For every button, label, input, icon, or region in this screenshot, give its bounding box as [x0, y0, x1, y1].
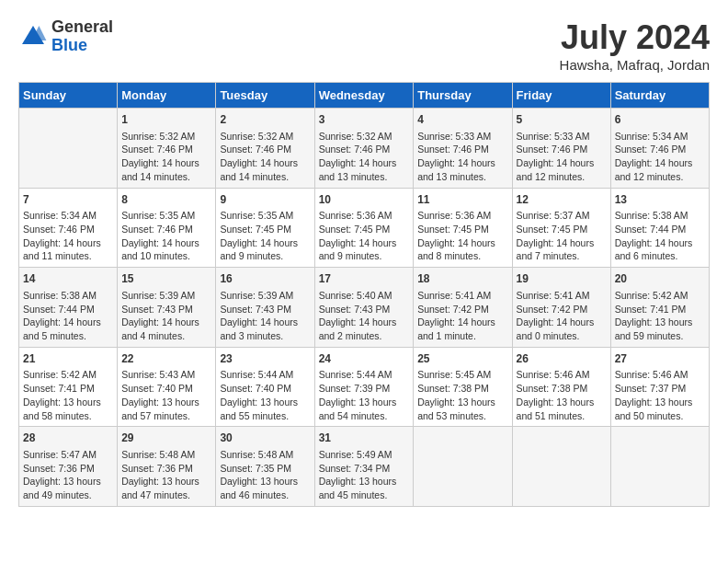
day-number: 17 [319, 271, 410, 287]
day-info: Sunrise: 5:42 AM [615, 289, 705, 303]
day-info: Sunset: 7:46 PM [121, 143, 211, 156]
day-info: Daylight: 13 hours [220, 475, 310, 488]
logo-general: General [51, 18, 113, 37]
day-info: and 9 minutes. [319, 249, 410, 263]
day-cell: 31Sunrise: 5:49 AMSunset: 7:34 PMDayligh… [314, 427, 414, 507]
day-info: and 11 minutes. [23, 249, 113, 263]
day-info: Sunset: 7:45 PM [220, 223, 310, 236]
day-number: 10 [319, 192, 410, 208]
day-info: Sunset: 7:46 PM [121, 223, 211, 236]
day-info: Sunset: 7:40 PM [220, 382, 310, 396]
day-info: Daylight: 13 hours [615, 316, 705, 329]
day-info: Daylight: 14 hours [517, 156, 607, 170]
day-info: Daylight: 14 hours [517, 316, 607, 329]
day-info: and 2 minutes. [319, 329, 410, 343]
day-info: Sunset: 7:41 PM [23, 382, 113, 396]
day-number: 13 [615, 192, 705, 208]
day-info: Sunrise: 5:32 AM [220, 130, 310, 144]
day-cell: 22Sunrise: 5:43 AMSunset: 7:40 PMDayligh… [118, 347, 216, 427]
day-info: Sunset: 7:39 PM [319, 382, 410, 396]
day-info: Daylight: 14 hours [417, 156, 507, 170]
day-number: 1 [121, 112, 211, 128]
day-number: 21 [23, 351, 113, 367]
day-info: Sunset: 7:46 PM [417, 143, 507, 156]
day-cell: 8Sunrise: 5:35 AMSunset: 7:46 PMDaylight… [118, 188, 216, 268]
day-info: Daylight: 13 hours [417, 396, 507, 409]
title-section: July 2024 Hawsha, Mafraq, Jordan [560, 18, 710, 73]
day-info: Sunset: 7:36 PM [121, 462, 211, 476]
day-info: Sunrise: 5:33 AM [517, 130, 607, 144]
day-number: 3 [319, 112, 410, 128]
day-info: Sunrise: 5:42 AM [23, 368, 113, 382]
day-number: 12 [517, 192, 607, 208]
day-cell: 1Sunrise: 5:32 AMSunset: 7:46 PMDaylight… [118, 109, 216, 189]
day-info: Sunrise: 5:41 AM [517, 289, 607, 303]
week-row-4: 21Sunrise: 5:42 AMSunset: 7:41 PMDayligh… [19, 347, 710, 427]
day-info: Daylight: 13 hours [517, 396, 607, 409]
day-cell: 5Sunrise: 5:33 AMSunset: 7:46 PMDaylight… [512, 109, 610, 189]
day-number: 8 [121, 192, 211, 208]
header-cell-wednesday: Wednesday [314, 83, 414, 109]
day-info: Daylight: 14 hours [615, 156, 705, 170]
day-info: Daylight: 14 hours [319, 316, 410, 329]
day-info: Sunrise: 5:32 AM [319, 130, 410, 144]
day-info: Sunrise: 5:37 AM [517, 209, 607, 223]
day-number: 15 [121, 271, 211, 287]
calendar-table: SundayMondayTuesdayWednesdayThursdayFrid… [18, 82, 710, 507]
day-info: Sunrise: 5:43 AM [121, 368, 211, 382]
day-info: Sunset: 7:34 PM [319, 462, 410, 476]
day-info: and 54 minutes. [319, 409, 410, 423]
day-number: 31 [319, 431, 410, 446]
day-cell [610, 427, 709, 507]
day-cell: 26Sunrise: 5:46 AMSunset: 7:38 PMDayligh… [512, 347, 610, 427]
day-info: Sunrise: 5:45 AM [417, 368, 507, 382]
header-cell-friday: Friday [512, 83, 610, 109]
day-info: Sunrise: 5:44 AM [319, 368, 410, 382]
day-info: Daylight: 14 hours [121, 316, 211, 329]
day-info: and 12 minutes. [517, 170, 607, 184]
day-cell: 2Sunrise: 5:32 AMSunset: 7:46 PMDaylight… [216, 109, 314, 189]
day-info: Sunrise: 5:33 AM [417, 130, 507, 144]
day-info: and 12 minutes. [615, 170, 705, 184]
logo: General Blue [18, 18, 113, 55]
day-info: and 51 minutes. [517, 409, 607, 423]
day-cell: 10Sunrise: 5:36 AMSunset: 7:45 PMDayligh… [314, 188, 414, 268]
header-cell-monday: Monday [118, 83, 216, 109]
day-info: Daylight: 14 hours [220, 236, 310, 250]
day-info: Sunrise: 5:48 AM [121, 448, 211, 462]
day-cell: 12Sunrise: 5:37 AMSunset: 7:45 PMDayligh… [512, 188, 610, 268]
header-cell-thursday: Thursday [414, 83, 512, 109]
day-info: and 13 minutes. [417, 170, 507, 184]
day-info: and 13 minutes. [319, 170, 410, 184]
week-row-1: 1Sunrise: 5:32 AMSunset: 7:46 PMDaylight… [19, 109, 710, 189]
day-cell: 29Sunrise: 5:48 AMSunset: 7:36 PMDayligh… [118, 427, 216, 507]
day-info: Sunrise: 5:35 AM [220, 209, 310, 223]
day-info: Sunrise: 5:46 AM [615, 368, 705, 382]
day-info: Daylight: 14 hours [319, 156, 410, 170]
day-info: Sunset: 7:45 PM [319, 223, 410, 236]
day-info: Daylight: 14 hours [417, 316, 507, 329]
day-number: 25 [417, 351, 507, 367]
day-cell: 17Sunrise: 5:40 AMSunset: 7:43 PMDayligh… [314, 268, 414, 348]
day-info: Daylight: 13 hours [220, 396, 310, 409]
day-info: and 49 minutes. [23, 488, 113, 502]
month-title: July 2024 [560, 18, 710, 57]
day-info: Sunset: 7:42 PM [517, 303, 607, 316]
header-cell-sunday: Sunday [19, 83, 118, 109]
day-cell: 21Sunrise: 5:42 AMSunset: 7:41 PMDayligh… [19, 347, 118, 427]
day-info: Sunrise: 5:49 AM [319, 448, 410, 462]
day-info: and 46 minutes. [220, 488, 310, 502]
day-info: Sunrise: 5:34 AM [615, 130, 705, 144]
day-cell: 30Sunrise: 5:48 AMSunset: 7:35 PMDayligh… [216, 427, 314, 507]
day-info: Sunset: 7:46 PM [517, 143, 607, 156]
day-info: Daylight: 13 hours [615, 396, 705, 409]
day-info: Sunset: 7:43 PM [319, 303, 410, 316]
day-info: Sunset: 7:37 PM [615, 382, 705, 396]
day-cell: 6Sunrise: 5:34 AMSunset: 7:46 PMDaylight… [610, 109, 709, 189]
day-info: and 5 minutes. [23, 329, 113, 343]
page-header: General Blue July 2024 Hawsha, Mafraq, J… [18, 18, 710, 73]
location: Hawsha, Mafraq, Jordan [560, 57, 710, 73]
day-info: Sunrise: 5:47 AM [23, 448, 113, 462]
day-info: Daylight: 14 hours [319, 236, 410, 250]
day-number: 14 [23, 271, 113, 287]
